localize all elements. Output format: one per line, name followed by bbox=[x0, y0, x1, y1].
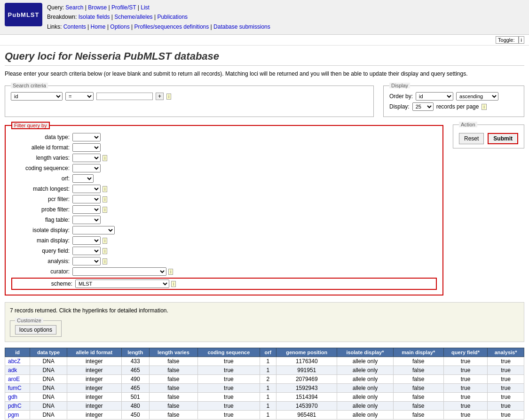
analysis-select[interactable] bbox=[72, 257, 101, 265]
datatype-select[interactable] bbox=[72, 133, 101, 141]
locus-options-button[interactable]: locus options bbox=[15, 325, 56, 334]
operator-select[interactable]: = bbox=[65, 92, 94, 101]
links-row: Links: Contents | Home | Options | Profi… bbox=[47, 22, 270, 31]
locus-link[interactable]: adk bbox=[8, 367, 17, 373]
query-link-browse[interactable]: Browse bbox=[88, 4, 107, 11]
display-count-row: Display: 25 50 100 records per page i bbox=[389, 102, 518, 111]
results-text: 7 records returned. Click the hyperlinks… bbox=[10, 307, 519, 314]
link-contents[interactable]: Contents bbox=[63, 23, 86, 30]
display-count-select[interactable]: 25 50 100 bbox=[412, 102, 434, 111]
filter-row-analysis: analysis: i bbox=[11, 257, 437, 265]
matchlongest-select[interactable] bbox=[72, 185, 101, 193]
table-row: adkDNAinteger465falsetrue1991951allele o… bbox=[5, 366, 524, 375]
maindisplay-select[interactable] bbox=[72, 236, 101, 245]
display-info-button[interactable]: i bbox=[482, 104, 486, 110]
col-isolatedisplay: isolate display* bbox=[337, 348, 393, 357]
orf-select[interactable] bbox=[72, 174, 94, 183]
filter-label-probefilter: probe filter: bbox=[11, 206, 72, 213]
filter-row-alleleidformat: allele id format: bbox=[11, 143, 437, 152]
scheme-info-button[interactable]: i bbox=[171, 281, 176, 287]
query-label: Query: bbox=[47, 4, 64, 11]
maindisplay-info-button[interactable]: i bbox=[103, 238, 107, 244]
curator-select[interactable] bbox=[72, 267, 166, 276]
filter-row-pcrfilter: pcr filter: i bbox=[11, 195, 437, 203]
matchlongest-info-button[interactable]: i bbox=[103, 186, 107, 192]
locus-link[interactable]: pdhC bbox=[8, 403, 22, 409]
filter-controls-probefilter: i bbox=[72, 205, 107, 214]
analysis-info-button[interactable]: i bbox=[103, 258, 107, 264]
submit-button[interactable]: Submit bbox=[488, 133, 518, 144]
order-dir-select[interactable]: ascending descending bbox=[456, 92, 498, 101]
filter-row-codingsequence: coding sequence: bbox=[11, 164, 437, 172]
locus-link[interactable]: pgm bbox=[8, 412, 19, 418]
flagtable-select[interactable] bbox=[72, 216, 101, 224]
scheme-select[interactable]: MLST bbox=[75, 280, 169, 288]
queryfield-info-button[interactable]: i bbox=[103, 248, 107, 254]
filter-label-codingsequence: coding sequence: bbox=[11, 165, 72, 171]
form-top-area: Search criteria id = + i Display Order b… bbox=[5, 83, 524, 117]
filter-label-scheme: scheme: bbox=[14, 280, 75, 287]
breakdown-link-isolate[interactable]: Isolate fields bbox=[79, 14, 110, 20]
filter-controls-orf bbox=[72, 174, 94, 183]
query-link-list[interactable]: List bbox=[141, 4, 150, 11]
filter-label-alleleidformat: allele id format: bbox=[11, 144, 72, 151]
toggle-icon[interactable]: i bbox=[519, 36, 524, 44]
display-fieldset: Display Order by: id ascending descendin… bbox=[383, 83, 524, 117]
lengthvaries-select[interactable] bbox=[72, 154, 101, 162]
filter-controls-isolatedisplay bbox=[72, 226, 115, 234]
probefilter-select[interactable] bbox=[72, 205, 101, 214]
field-select[interactable]: id bbox=[11, 92, 63, 101]
lengthvaries-info-button[interactable]: i bbox=[103, 155, 107, 161]
query-link-profilest[interactable]: Profile/ST bbox=[111, 4, 136, 11]
criteria-info-button[interactable]: i bbox=[166, 93, 171, 100]
filter-label-lengthvaries: length varies: bbox=[11, 155, 72, 161]
breakdown-label: Breakdown: bbox=[47, 14, 77, 20]
filter-row-scheme: scheme: MLST i bbox=[11, 278, 437, 290]
codingsequence-select[interactable] bbox=[72, 164, 101, 172]
display-label: Display: bbox=[389, 103, 410, 110]
filter-row-probefilter: probe filter: i bbox=[11, 205, 437, 214]
link-profiles[interactable]: Profiles/sequences definitions bbox=[134, 23, 209, 30]
reset-button[interactable]: Reset bbox=[459, 133, 484, 144]
order-by-row: Order by: id ascending descending bbox=[389, 92, 518, 101]
pcrfilter-info-button[interactable]: i bbox=[103, 196, 107, 202]
queryfield-select[interactable] bbox=[72, 247, 101, 255]
add-criteria-button[interactable]: + bbox=[156, 93, 164, 100]
filter-row-matchlongest: match longest: i bbox=[11, 185, 437, 193]
col-id: id bbox=[5, 348, 30, 357]
breakdown-link-publications[interactable]: Publications bbox=[157, 14, 188, 20]
isolatedisplay-select[interactable] bbox=[72, 226, 115, 234]
filter-controls-curator: i bbox=[72, 267, 173, 276]
probefilter-info-button[interactable]: i bbox=[103, 207, 107, 213]
link-dbsubmissions[interactable]: Database submissions bbox=[213, 23, 270, 30]
display-legend: Display bbox=[389, 83, 410, 88]
col-orf: orf bbox=[260, 348, 276, 357]
order-by-select[interactable]: id bbox=[416, 92, 453, 101]
customize-fieldset: Customize locus options bbox=[10, 318, 62, 337]
links-label: Links: bbox=[47, 23, 62, 30]
breakdown-link-scheme[interactable]: Scheme/alleles bbox=[114, 14, 152, 20]
value-input[interactable] bbox=[96, 93, 153, 100]
results-table: id data type allele id format length len… bbox=[5, 348, 524, 420]
filter-label-queryfield: query field: bbox=[11, 248, 72, 254]
filter-controls-pcrfilter: i bbox=[72, 195, 107, 203]
table-body: abcZDNAinteger433falsetrue11176340allele… bbox=[5, 357, 524, 420]
pcrfilter-select[interactable] bbox=[72, 195, 101, 203]
query-link-search[interactable]: Search bbox=[65, 4, 83, 11]
customize-legend: Customize bbox=[15, 318, 43, 323]
filter-row-isolatedisplay: isolate display: bbox=[11, 226, 437, 234]
col-length: length bbox=[121, 348, 149, 357]
results-area: 7 records returned. Click the hyperlinks… bbox=[5, 302, 524, 342]
filter-row-datatype: data type: bbox=[11, 133, 437, 141]
locus-link[interactable]: aroE bbox=[8, 376, 20, 382]
locus-link[interactable]: fumC bbox=[8, 385, 22, 391]
locus-link[interactable]: abcZ bbox=[8, 358, 21, 365]
link-home[interactable]: Home bbox=[91, 23, 106, 30]
filter-action-area: Filter query by data type: allele id for… bbox=[5, 122, 524, 296]
col-codingsequence: coding sequence bbox=[198, 348, 260, 357]
curator-info-button[interactable]: i bbox=[168, 269, 173, 275]
alleleidformat-select[interactable] bbox=[72, 143, 101, 152]
link-options[interactable]: Options bbox=[110, 23, 129, 30]
table-row: fumCDNAinteger465falsetrue11592943allele… bbox=[5, 384, 524, 393]
locus-link[interactable]: gdh bbox=[8, 394, 17, 400]
